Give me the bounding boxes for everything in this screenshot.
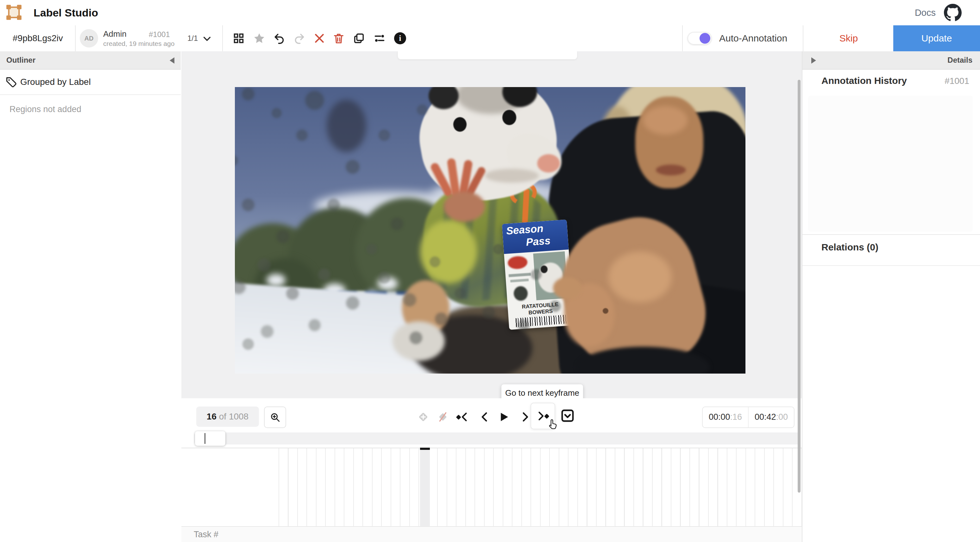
task-id: #9pb8Lgs2iv	[13, 26, 63, 51]
annotation-toolbar: #9pb8Lgs2iv AD Admin created, 19 minutes…	[0, 26, 980, 52]
annotation-created: created, 19 minutes ago	[103, 40, 174, 48]
prev-frame-button[interactable]	[477, 409, 493, 425]
annotation-id: #1001	[149, 30, 170, 39]
divider	[222, 26, 223, 51]
annotation-history-empty	[808, 96, 973, 232]
frame-current: 16	[207, 411, 216, 421]
update-button[interactable]: Update	[893, 26, 980, 51]
info-icon: i	[394, 32, 406, 44]
label-studio-app: Label Studio Docs #9pb8Lgs2iv AD Admin c…	[0, 0, 980, 542]
seekbar-track[interactable]	[194, 432, 800, 445]
view-all-grid-button[interactable]	[231, 31, 246, 46]
main-canvas: Season Pass RATATOUILLE BOWERS	[181, 51, 802, 398]
badge-title: Pass	[525, 234, 551, 248]
keyframe-slash-icon	[436, 410, 449, 424]
details-header: Details	[802, 51, 980, 70]
add-keyframe-button[interactable]	[415, 409, 431, 425]
annotation-pager: 1/1	[188, 26, 198, 51]
vertical-scrollbar[interactable]	[798, 80, 800, 493]
label-studio-logo-icon[interactable]	[6, 4, 22, 21]
ground-truth-star-button[interactable]	[251, 31, 267, 46]
badge-barcode	[515, 315, 566, 327]
zoom-button[interactable]	[264, 406, 286, 428]
outliner-header: Outliner	[0, 51, 181, 70]
undo-button[interactable]	[272, 31, 287, 46]
annotator-avatar[interactable]: AD	[80, 29, 98, 48]
chevron-right-icon	[519, 410, 532, 424]
github-icon[interactable]	[944, 4, 962, 22]
time-total-frames: :00	[776, 412, 788, 422]
person-mouth	[656, 165, 686, 175]
chevron-down-icon[interactable]	[202, 33, 212, 44]
frame-total: of 1008	[219, 411, 248, 421]
play-button[interactable]	[496, 409, 512, 425]
add-keyframe-icon	[417, 410, 430, 424]
magnifier-plus-icon	[269, 411, 281, 423]
grouping-label: Grouped by Label	[20, 70, 91, 94]
snow-patch	[267, 274, 286, 287]
task-row: Task #	[181, 527, 802, 542]
app-header: Label Studio Docs	[0, 0, 980, 26]
time-elapsed: 00:00:16	[703, 407, 749, 427]
seekbar-position-line	[204, 433, 205, 444]
time-elapsed-main: 00:00	[709, 412, 730, 422]
prev-keyframe-icon	[455, 410, 470, 424]
reset-button[interactable]	[312, 31, 327, 46]
info-button[interactable]: i	[393, 31, 408, 46]
badge-text-line	[510, 279, 529, 282]
collapse-box-icon	[560, 408, 575, 423]
divider	[75, 26, 76, 51]
video-frame[interactable]: Season Pass RATATOUILLE BOWERS	[235, 87, 745, 373]
auto-annotation-label: Auto-Annotation	[719, 26, 787, 51]
hand-cursor-icon	[546, 418, 559, 431]
relations-title: Relations (0)	[821, 242, 878, 253]
playhead-column	[420, 448, 430, 526]
details-panel: Details Annotation History #1001 Relatio…	[802, 51, 980, 542]
hand-mole	[603, 308, 608, 314]
opossum-chin	[485, 169, 539, 183]
divider	[682, 26, 683, 51]
bokeh-large	[327, 100, 366, 152]
collapse-left-icon[interactable]	[170, 57, 174, 64]
details-title: Details	[947, 51, 972, 69]
outliner-panel: Outliner Grouped by Label Regions not ad…	[0, 51, 182, 542]
floating-toolbar-edge	[398, 51, 578, 59]
hand-knuckle	[444, 191, 485, 222]
time-total-main: 00:42	[755, 412, 776, 422]
badge-emblem	[513, 285, 528, 301]
settings-sliders-button[interactable]	[372, 31, 387, 46]
time-total: 00:42:00	[749, 407, 794, 427]
hand-highlight	[608, 252, 672, 302]
group-by-label-row[interactable]: Grouped by Label	[0, 70, 181, 95]
opossum-nose	[537, 154, 560, 172]
seekbar-handle[interactable]	[195, 431, 225, 446]
face-highlight	[643, 106, 687, 135]
docs-link[interactable]: Docs	[915, 0, 936, 26]
tag-icon	[5, 76, 17, 88]
tooltip-text: Go to next keyframe	[505, 388, 579, 398]
timeline-ruler[interactable]	[278, 448, 802, 526]
left-cuff	[393, 321, 445, 361]
annotation-history-id: #1001	[945, 76, 969, 86]
app-title: Label Studio	[33, 0, 98, 26]
delete-annotation-button[interactable]	[331, 31, 346, 46]
annotation-history-title: Annotation History	[821, 75, 907, 86]
regions-empty-text: Regions not added	[10, 104, 81, 114]
opossum-eye	[453, 117, 466, 132]
tooltip: Go to next keyframe	[501, 384, 583, 398]
collapse-right-icon[interactable]	[811, 57, 816, 64]
prev-keyframe-button[interactable]	[455, 409, 470, 425]
playhead-marker[interactable]	[420, 448, 430, 450]
redo-button[interactable]	[292, 31, 307, 46]
outliner-title: Outliner	[6, 51, 35, 69]
sweater-highlight	[420, 220, 477, 283]
toggle-interpolation-button[interactable]	[435, 409, 451, 425]
duplicate-annotation-button[interactable]	[352, 31, 367, 46]
time-display: 00:00:16 00:42:00	[702, 406, 794, 428]
annotator-name: Admin	[103, 29, 127, 39]
skip-button[interactable]: Skip	[803, 26, 894, 51]
time-elapsed-frames: :16	[730, 412, 742, 422]
auto-annotation-toggle[interactable]	[687, 32, 711, 45]
snow-patch	[377, 277, 398, 290]
collapse-timeline-button[interactable]	[560, 408, 576, 424]
